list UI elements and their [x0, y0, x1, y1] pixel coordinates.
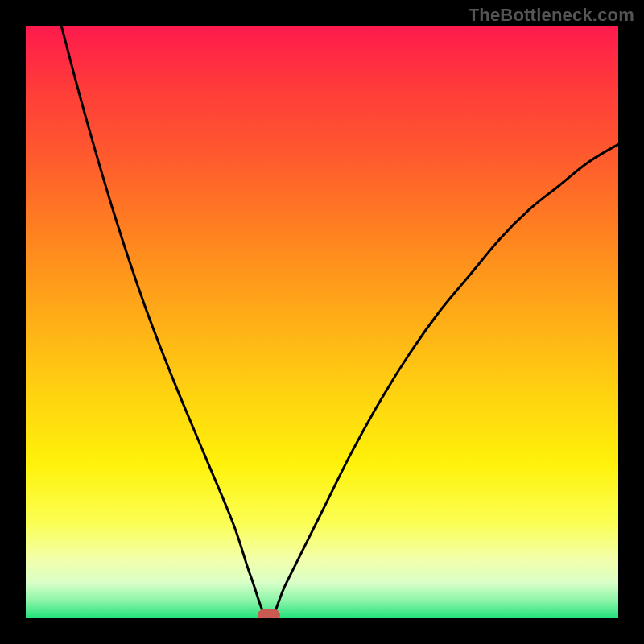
optimum-marker: [258, 609, 280, 618]
bottleneck-curve: [61, 26, 618, 618]
plot-area: [26, 26, 618, 618]
watermark-text: TheBottleneck.com: [469, 5, 634, 26]
chart-stage: TheBottleneck.com: [0, 0, 644, 644]
curve-layer: [26, 26, 618, 618]
